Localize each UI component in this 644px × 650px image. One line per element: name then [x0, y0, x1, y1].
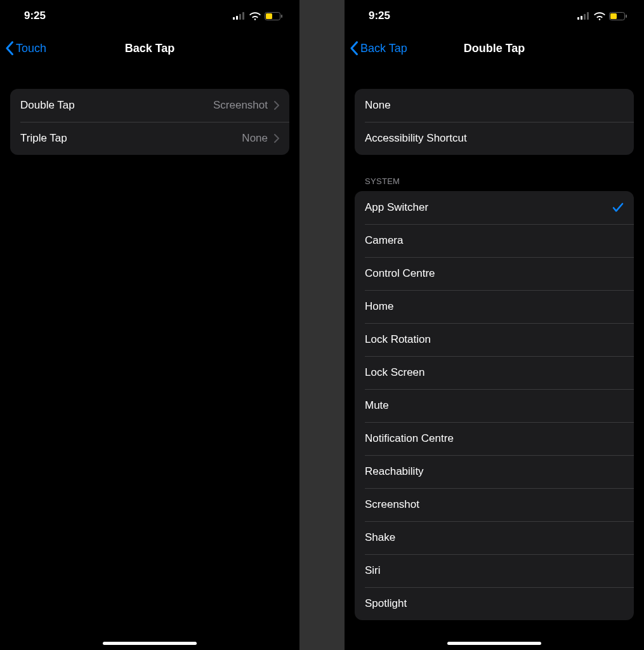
option-label: Lock Rotation: [365, 333, 431, 346]
wifi-icon: [594, 12, 605, 20]
option-label: Mute: [365, 399, 389, 412]
option-label: None: [365, 99, 391, 112]
page-title: Double Tap: [464, 42, 525, 55]
option-label: Accessibility Shortcut: [365, 132, 467, 145]
option-shake[interactable]: Shake: [355, 521, 634, 554]
status-bar: 9:25: [0, 0, 299, 32]
cellular-signal-icon: [233, 12, 246, 20]
option-label: Reachability: [365, 465, 424, 478]
battery-icon: [609, 12, 628, 20]
back-button-touch[interactable]: Touch: [5, 41, 46, 55]
back-button-back-tap[interactable]: Back Tap: [350, 41, 407, 55]
top-options-group: None Accessibility Shortcut: [355, 89, 634, 155]
row-triple-tap[interactable]: Triple Tap None: [10, 122, 289, 155]
option-label: Spotlight: [365, 597, 407, 610]
svg-rect-13: [626, 15, 627, 18]
page-title: Back Tap: [125, 42, 175, 55]
status-bar: 9:25: [345, 0, 644, 32]
svg-rect-7: [577, 17, 579, 20]
option-app-switcher[interactable]: App Switcher: [355, 191, 634, 224]
svg-rect-10: [587, 12, 589, 20]
option-lock-screen[interactable]: Lock Screen: [355, 356, 634, 389]
back-label: Touch: [16, 42, 46, 55]
status-time: 9:25: [24, 10, 46, 22]
svg-rect-0: [233, 17, 235, 20]
cellular-signal-icon: [577, 12, 590, 20]
back-tap-settings-group: Double Tap Screenshot Triple Tap None: [10, 89, 289, 155]
back-label: Back Tap: [360, 42, 407, 55]
row-value: Screenshot: [213, 99, 268, 112]
svg-rect-1: [236, 16, 238, 20]
chevron-left-icon: [5, 41, 14, 55]
option-reachability[interactable]: Reachability: [355, 455, 634, 488]
option-label: App Switcher: [365, 201, 428, 214]
option-home[interactable]: Home: [355, 290, 634, 323]
nav-bar: Touch Back Tap: [0, 32, 299, 65]
battery-icon: [265, 12, 283, 20]
row-label: Double Tap: [20, 99, 75, 112]
option-label: Control Centre: [365, 267, 435, 280]
option-label: Screenshot: [365, 498, 419, 511]
option-mute[interactable]: Mute: [355, 389, 634, 422]
chevron-right-icon: [274, 134, 279, 143]
home-indicator[interactable]: [447, 642, 541, 645]
wifi-icon: [249, 12, 261, 20]
option-none[interactable]: None: [355, 89, 634, 122]
chevron-left-icon: [350, 41, 358, 55]
svg-rect-5: [266, 13, 272, 19]
row-value: None: [242, 132, 268, 145]
option-lock-rotation[interactable]: Lock Rotation: [355, 323, 634, 356]
option-screenshot[interactable]: Screenshot: [355, 488, 634, 521]
left-screen-back-tap: 9:25 Touch Back Tap Double Tap: [0, 0, 299, 650]
option-siri[interactable]: Siri: [355, 554, 634, 587]
svg-rect-3: [242, 12, 244, 20]
row-double-tap[interactable]: Double Tap Screenshot: [10, 89, 289, 122]
row-label: Triple Tap: [20, 132, 67, 145]
option-label: Camera: [365, 234, 403, 247]
option-label: Siri: [365, 564, 381, 577]
option-camera[interactable]: Camera: [355, 224, 634, 257]
option-control-centre[interactable]: Control Centre: [355, 257, 634, 290]
option-accessibility-shortcut[interactable]: Accessibility Shortcut: [355, 122, 634, 155]
system-options-group: App Switcher Camera Control Centre Home …: [355, 191, 634, 620]
section-header-system: SYSTEM: [355, 171, 634, 191]
svg-rect-8: [581, 16, 582, 20]
svg-rect-9: [584, 14, 586, 20]
status-time: 9:25: [369, 10, 390, 22]
option-notification-centre[interactable]: Notification Centre: [355, 422, 634, 455]
svg-rect-2: [239, 14, 241, 20]
right-screen-double-tap: 9:25 Back Tap Double Tap None: [345, 0, 644, 650]
option-label: Lock Screen: [365, 366, 425, 379]
option-spotlight[interactable]: Spotlight: [355, 587, 634, 620]
option-label: Shake: [365, 531, 395, 544]
option-label: Home: [365, 300, 393, 313]
chevron-right-icon: [274, 101, 279, 110]
svg-rect-12: [610, 13, 617, 19]
checkmark-icon: [612, 202, 624, 213]
nav-bar: Back Tap Double Tap: [345, 32, 644, 65]
option-label: Notification Centre: [365, 432, 454, 445]
svg-rect-6: [281, 15, 282, 18]
home-indicator[interactable]: [103, 642, 197, 645]
